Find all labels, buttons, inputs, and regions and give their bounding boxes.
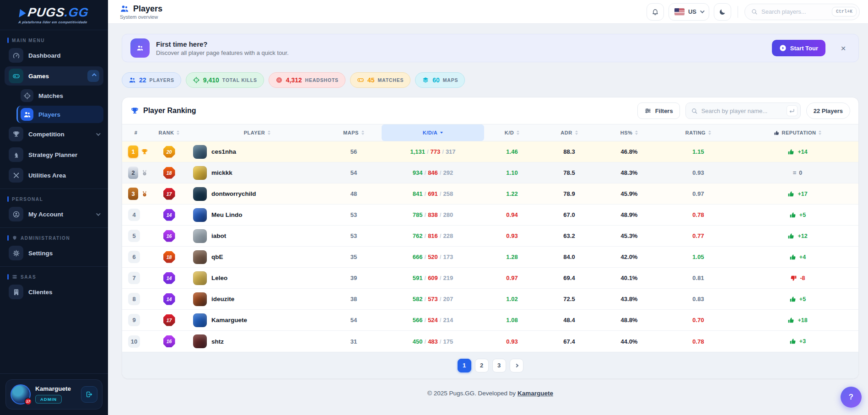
column-label: ADR [561, 130, 572, 135]
start-tour-button[interactable]: Start Tour [772, 40, 825, 56]
position-cell: 10 [122, 335, 150, 348]
sidebar-item-dashboard[interactable]: Dashboard [5, 46, 103, 65]
stat-label: MAPS [443, 77, 458, 83]
player-cell[interactable]: mickkk [189, 166, 326, 180]
stat-chip-total-kills: 9,410TOTAL KILLS [186, 72, 264, 88]
kda-cell: 841/691/258 [382, 190, 484, 197]
reputation-cell: +18 [737, 317, 858, 324]
table-row[interactable]: 917Kamarguete54566/524/2141.0848.448.8%0… [122, 310, 858, 331]
adr-cell: 88.3 [540, 148, 598, 155]
filters-button[interactable]: Filters [637, 102, 680, 119]
rating-cell: 0.97 [660, 190, 737, 197]
column-header-hs[interactable]: HS% [598, 124, 660, 141]
sidebar-item-players[interactable]: Players [16, 106, 103, 123]
page-button-2[interactable]: 2 [475, 359, 489, 372]
language-selector[interactable]: US [669, 3, 709, 21]
trophy-icon [9, 127, 23, 141]
global-search[interactable]: Ctrl+K [744, 4, 860, 20]
page-button-1[interactable]: 1 [458, 359, 471, 372]
table-row[interactable]: 414Meu Lindo53785/838/2800.9467.048.9%0.… [122, 205, 858, 226]
deaths-value: 573 [428, 296, 438, 302]
table-row[interactable]: 516iabot53762/816/2280.9363.245.3%0.77+1… [122, 226, 858, 247]
deaths-value: 524 [428, 317, 438, 323]
assists-value: 214 [443, 317, 453, 323]
rank-level-badge: 17 [163, 314, 175, 326]
next-page-button[interactable] [510, 359, 523, 372]
user-icon [9, 207, 23, 221]
table-row[interactable]: 1016shtz31450/483/1750.9367.444.0%0.78+3 [122, 331, 858, 352]
sidebar-item-games[interactable]: Games [5, 66, 103, 86]
hs-cell: 48.9% [598, 211, 660, 218]
table-row[interactable]: 618qbE35666/520/1731.2884.042.0%1.05+4 [122, 247, 858, 268]
column-header-adr[interactable]: ADR [540, 124, 598, 141]
stat-value: 9,410 [203, 76, 219, 84]
users-icon [129, 76, 136, 84]
footer: © 2025 Pugs.GG. Developed by Kamarguete [122, 390, 859, 397]
table-row[interactable]: 814ideuzite38582/573/2071.0272.543.8%0.8… [122, 289, 858, 310]
logout-button[interactable] [81, 386, 97, 403]
table-row[interactable]: 714Leleo39591/609/2190.9769.440.1%0.81-8 [122, 268, 858, 289]
page-button-3[interactable]: 3 [492, 359, 506, 372]
sidebar-item-matches[interactable]: Matches [16, 87, 103, 104]
column-header-k-d-a[interactable]: K/D/A [382, 124, 484, 141]
player-search-input[interactable] [701, 108, 783, 114]
player-cell[interactable]: ideuzite [189, 292, 326, 306]
gamepad-icon [9, 69, 23, 83]
stat-label: PLAYERS [150, 77, 174, 83]
sidebar-item-clientes[interactable]: Clientes [5, 282, 103, 302]
player-cell[interactable]: Meu Lindo [189, 208, 326, 222]
close-banner-button[interactable]: × [836, 41, 850, 55]
player-name: ideuzite [211, 296, 234, 302]
column-header-rank[interactable]: RANK [150, 124, 189, 141]
position-cell: 4 [122, 209, 150, 221]
table-row[interactable]: 317dontworrychild48841/691/2581.2278.945… [122, 183, 858, 205]
column-header-reputation[interactable]: REPUTATION [737, 124, 858, 141]
player-avatar [193, 145, 207, 159]
position-cell: 8 [122, 293, 150, 305]
player-cell[interactable]: dontworrychild [189, 187, 326, 201]
global-search-input[interactable] [761, 8, 828, 15]
player-cell[interactable]: iabot [189, 229, 326, 243]
reputation-value: -8 [800, 275, 805, 281]
brand-logo[interactable]: PUGS.GG A plataforma líder em competitiv… [0, 0, 108, 30]
user-card: 17 Kamarguete ADMIN [5, 379, 102, 410]
adr-cell: 67.0 [540, 211, 598, 218]
kills-value: 785 [413, 211, 423, 218]
sidebar-section-main-menu: MAIN MENUDashboardGamesMatchesPlayersCom… [0, 38, 108, 185]
section-accent-bar [7, 274, 9, 280]
position-badge: 2 [128, 167, 138, 179]
sidebar-item-settings[interactable]: Settings [5, 243, 103, 263]
notifications-button[interactable] [647, 3, 664, 21]
reputation-cell: =0 [737, 169, 858, 176]
sidebar-item-my-account[interactable]: My Account [5, 205, 103, 224]
rank-level-badge: 16 [163, 335, 175, 347]
player-search[interactable] [685, 102, 801, 119]
player-cell[interactable]: Kamarguete [189, 313, 326, 327]
hs-cell: 42.0% [598, 253, 660, 260]
column-header-k-d[interactable]: K/D [484, 124, 540, 141]
column-header-player[interactable]: PLAYER [189, 124, 326, 141]
sidebar-item-strategy-planner[interactable]: Strategy Planner [5, 145, 103, 164]
player-cell[interactable]: shtz [189, 334, 326, 348]
enter-key-icon [787, 105, 798, 116]
kda-cell: 582/573/207 [382, 296, 484, 302]
player-cell[interactable]: qbE [189, 250, 326, 264]
topbar: Players System overview US Ctrl+K [108, 0, 868, 24]
reputation-cell: +5 [737, 296, 858, 303]
sidebar-item-utilities-area[interactable]: Utilities Area [5, 166, 103, 185]
player-cell[interactable]: Leleo [189, 271, 326, 285]
column-header-maps[interactable]: MAPS [326, 124, 382, 141]
ranking-card-header: Player Ranking Filters 22 Players [122, 97, 858, 124]
sort-icon [708, 130, 711, 135]
page-heading: Players System overview [120, 4, 162, 20]
table-row[interactable]: 120ces1nha561,131/773/3171.4688.346.8%1.… [122, 141, 858, 162]
rank-cell: 14 [150, 293, 189, 305]
help-button[interactable]: ? [841, 387, 862, 408]
assists-value: 292 [443, 169, 453, 176]
player-cell[interactable]: ces1nha [189, 145, 326, 159]
column-header-rating[interactable]: RATING [660, 124, 737, 141]
table-row[interactable]: 218mickkk54934/846/2921.1078.548.3%0.93=… [122, 162, 858, 183]
sidebar-item-competition[interactable]: Competition [5, 124, 103, 144]
footer-link[interactable]: Kamarguete [518, 390, 553, 397]
theme-toggle-button[interactable] [714, 3, 731, 21]
